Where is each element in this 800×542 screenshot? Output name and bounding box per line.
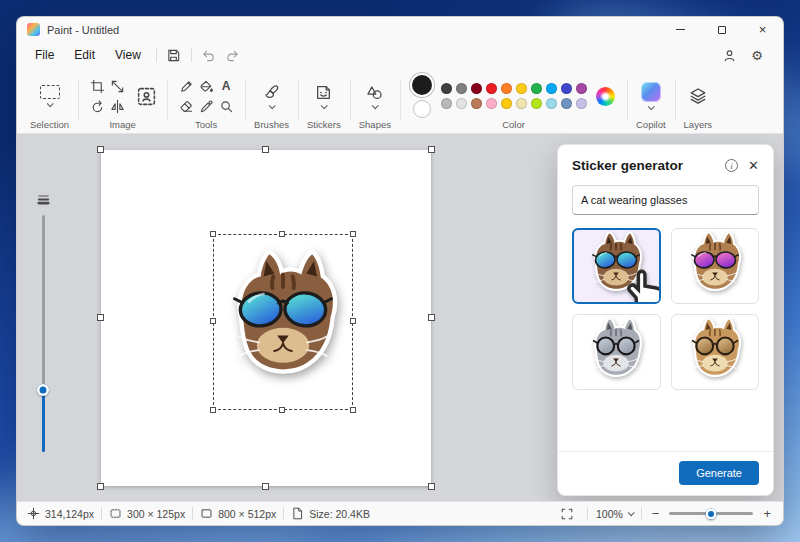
undo-button[interactable] [197, 45, 221, 65]
canvas-resize-handle[interactable] [428, 483, 435, 490]
color-swatch[interactable] [456, 83, 467, 94]
save-button[interactable] [162, 45, 186, 65]
rotate-icon [90, 99, 105, 114]
magnifier-button[interactable] [217, 97, 235, 115]
zoom-out-button[interactable]: − [650, 507, 662, 520]
divider [587, 507, 588, 520]
text-tool-button[interactable]: A [217, 77, 235, 95]
workspace: Sticker generator i ✕ Generate [17, 134, 783, 501]
canvas-resize-handle[interactable] [97, 483, 104, 490]
color-palette [439, 81, 589, 111]
color-swatch[interactable] [576, 98, 587, 109]
settings-button[interactable]: ⚙ [745, 45, 769, 65]
color-swatch[interactable] [501, 98, 512, 109]
fill-bucket-icon [199, 79, 214, 94]
canvas-resize-handle[interactable] [262, 146, 269, 153]
chevron-down-icon [372, 102, 379, 109]
selection-handle[interactable] [350, 407, 356, 413]
color-swatch[interactable] [441, 83, 452, 94]
maximize-button[interactable] [701, 17, 742, 42]
close-button[interactable]: × [742, 17, 783, 42]
selection-handle[interactable] [210, 231, 216, 237]
brushes-button[interactable] [263, 84, 280, 109]
fit-to-screen-button[interactable] [555, 504, 579, 524]
size-slider-track[interactable] [42, 215, 45, 452]
canvas-resize-handle[interactable] [262, 483, 269, 490]
cursor-position-icon [27, 507, 40, 520]
rotate-button[interactable] [88, 97, 106, 115]
sticker-thumbnail-2[interactable] [671, 228, 760, 304]
size-slider-handle[interactable] [37, 384, 49, 396]
selection-handle[interactable] [279, 231, 285, 237]
color-swatch[interactable] [546, 83, 557, 94]
selection-size-icon [109, 507, 122, 520]
color-swatch[interactable] [471, 83, 482, 94]
color-swatch[interactable] [501, 83, 512, 94]
color-swatch[interactable] [516, 98, 527, 109]
menu-view[interactable]: View [105, 45, 151, 65]
info-icon[interactable]: i [725, 159, 738, 172]
zoom-slider-handle[interactable] [706, 508, 717, 519]
generate-button[interactable]: Generate [679, 461, 759, 485]
pencil-icon [179, 79, 194, 94]
selection-handle[interactable] [279, 407, 285, 413]
account-button[interactable] [717, 45, 741, 65]
color-swatch[interactable] [531, 98, 542, 109]
sticker-thumbnail-3[interactable] [572, 314, 661, 390]
flip-button[interactable] [108, 97, 126, 115]
color-swatch[interactable] [471, 98, 482, 109]
redo-button[interactable] [221, 45, 245, 65]
background-color-swatch[interactable] [413, 100, 431, 118]
shapes-button[interactable] [366, 84, 383, 109]
color-swatch[interactable] [561, 98, 572, 109]
zoom-level: 100% [596, 508, 623, 520]
color-swatch[interactable] [531, 83, 542, 94]
crop-button[interactable] [88, 77, 106, 95]
color-swatch[interactable] [576, 83, 587, 94]
canvas-resize-handle[interactable] [97, 146, 104, 153]
title-bar: Paint - Untitled × [17, 17, 783, 42]
selection-handle[interactable] [350, 231, 356, 237]
selection-handle[interactable] [210, 407, 216, 413]
canvas-resize-handle[interactable] [428, 314, 435, 321]
sticker-selection[interactable] [213, 234, 353, 410]
panel-close-button[interactable]: ✕ [748, 159, 759, 172]
color-swatch[interactable] [561, 83, 572, 94]
selection-handle[interactable] [350, 318, 356, 324]
color-picker-button[interactable] [197, 97, 215, 115]
redo-icon [225, 48, 240, 63]
zoom-slider[interactable] [669, 512, 753, 515]
canvas-resize-handle[interactable] [97, 314, 104, 321]
copilot-button[interactable] [641, 82, 661, 110]
remove-background-button[interactable] [134, 84, 158, 108]
fill-button[interactable] [197, 77, 215, 95]
sticker-thumbnail-1[interactable] [572, 228, 661, 304]
color-swatch[interactable] [456, 98, 467, 109]
color-swatch[interactable] [486, 98, 497, 109]
zoom-in-button[interactable]: + [761, 507, 773, 520]
sticker-prompt-input[interactable] [572, 185, 759, 215]
selection-tool-button[interactable] [40, 85, 60, 107]
eraser-button[interactable] [177, 97, 195, 115]
color-swatch[interactable] [441, 98, 452, 109]
pencil-button[interactable] [177, 77, 195, 95]
canvas-resize-handle[interactable] [428, 146, 435, 153]
foreground-color-swatch[interactable] [412, 75, 432, 95]
menu-file[interactable]: File [25, 45, 64, 65]
layers-button[interactable] [689, 87, 707, 105]
color-swatch[interactable] [516, 83, 527, 94]
color-swatch[interactable] [486, 83, 497, 94]
stickers-button[interactable] [315, 84, 332, 109]
group-label-copilot: Copilot [636, 119, 666, 130]
sticker-thumbnail-4[interactable] [671, 314, 760, 390]
size-slider [30, 192, 56, 452]
color-swatch[interactable] [546, 98, 557, 109]
menu-edit[interactable]: Edit [64, 45, 105, 65]
zoom-dropdown[interactable]: 100% [596, 508, 633, 520]
selection-handle[interactable] [210, 318, 216, 324]
edit-colors-button[interactable] [596, 87, 615, 106]
undo-icon [201, 48, 216, 63]
resize-button[interactable] [108, 77, 126, 95]
minimize-button[interactable] [660, 17, 701, 42]
drawing-canvas[interactable] [101, 150, 431, 486]
